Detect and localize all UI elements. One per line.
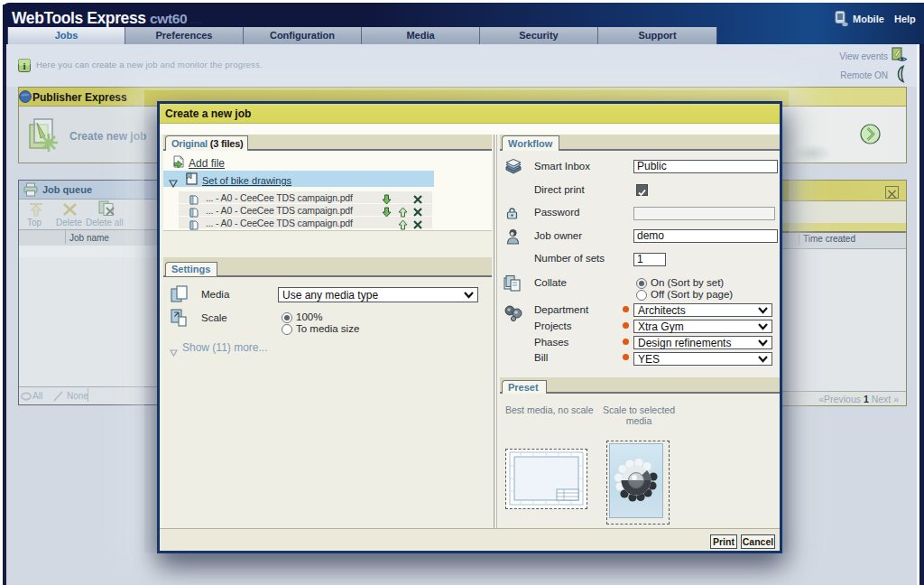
svg-text:i: i [23, 60, 25, 71]
